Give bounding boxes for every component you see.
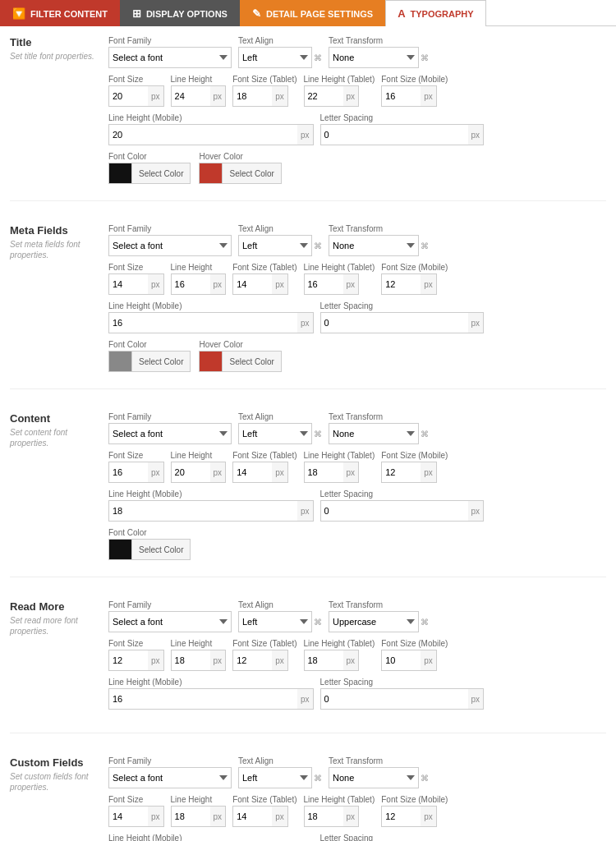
title-line-height-input[interactable] (171, 85, 210, 107)
title-text-align-select[interactable]: LeftCenterRight (238, 47, 312, 68)
tab-display[interactable]: ⊞ DISPLAY OPTIONS (120, 0, 240, 26)
custom-font-size-tablet-input[interactable] (232, 806, 272, 827)
title-transform-label: Text Transform (329, 36, 429, 45)
custom-text-align-select[interactable]: LeftCenter (238, 767, 312, 788)
custom-line-height-tablet-input[interactable] (304, 806, 343, 827)
readmore-font-size-tablet-input[interactable] (232, 650, 272, 671)
title-font-size-input[interactable] (108, 85, 148, 107)
meta-line-height-label: Line Height (171, 263, 227, 272)
meta-font-size-tablet-input[interactable] (232, 273, 272, 295)
meta-hover-color-button[interactable]: Select Color (222, 351, 281, 372)
content-font-size-tablet-label: Font Size (Tablet) (232, 451, 297, 460)
title-font-family-select[interactable]: Select a font (108, 47, 232, 68)
readmore-font-size-group: Font Size px (108, 639, 164, 671)
content-font-color-button[interactable]: Select Color (131, 539, 191, 560)
tab-detail[interactable]: ✎ DETAIL PAGE SETTINGS (240, 0, 385, 26)
meta-font-size-mobile-input[interactable] (381, 273, 421, 295)
title-transform-group: Text Transform NoneUppercaseLowercase ⌘ (329, 36, 429, 68)
content-font-color-swatch[interactable] (108, 539, 131, 560)
title-hover-color-label: Hover Color (199, 152, 281, 161)
typography-icon: A (398, 7, 405, 20)
section-content: Content Set content font properties. Fon… (10, 412, 606, 577)
content-color-row: Font Color Select Color (108, 528, 606, 560)
custom-row2: Font Size px Line Height px Font Size (T… (108, 795, 606, 827)
title-font-color-button[interactable]: Select Color (131, 163, 191, 184)
custom-line-height-input[interactable] (171, 806, 210, 827)
custom-font-family-label: Font Family (108, 756, 232, 765)
meta-row1: Font Family Select a font Text Align Lef… (108, 224, 606, 256)
meta-line-height-group: Line Height px (171, 263, 227, 295)
meta-transform-label: Text Transform (329, 224, 429, 233)
content-font-color-group: Font Color Select Color (108, 528, 191, 560)
title-letter-spacing-unit: px (468, 124, 485, 145)
custom-line-height-group: Line Height px (171, 795, 227, 827)
detail-icon: ✎ (252, 7, 261, 20)
custom-line-height-mobile-label: Line Height (Mobile) (108, 834, 314, 841)
meta-transform-select[interactable]: NoneUppercase (329, 235, 419, 256)
title-row2: Font Size px Line Height px Font Size (T… (108, 75, 606, 107)
title-font-family-group: Font Family Select a font (108, 36, 232, 68)
custom-font-family-select[interactable]: Select a font (108, 767, 232, 788)
title-hover-color-button[interactable]: Select Color (222, 163, 281, 184)
readmore-row1: Font Family Select a font Text Align Lef… (108, 600, 606, 632)
tab-filter[interactable]: 🔽 FILTER CONTENT (0, 0, 120, 26)
content-font-family-group: Font Family Select a font (108, 412, 232, 444)
title-font-color-swatch[interactable] (108, 163, 131, 184)
meta-font-family-group: Font Family Select a font (108, 224, 232, 256)
content-transform-select[interactable]: NoneUppercase (329, 423, 419, 444)
readmore-line-height-tablet-input[interactable] (304, 650, 343, 671)
readmore-line-height-mobile-input[interactable] (108, 688, 297, 710)
title-line-height-mobile-input[interactable] (108, 124, 297, 145)
content-text-align-select[interactable]: LeftCenter (238, 423, 312, 444)
meta-line-height-input[interactable] (171, 273, 210, 295)
meta-line-height-mobile-input[interactable] (108, 312, 297, 333)
meta-font-size-input[interactable] (108, 273, 148, 295)
meta-letter-spacing-input[interactable] (320, 312, 468, 333)
title-line-height-unit: px (210, 85, 227, 107)
readmore-font-family-label: Font Family (108, 600, 232, 609)
content-font-size-group: Font Size px (108, 451, 164, 483)
readmore-transform-select[interactable]: UppercaseNone (329, 611, 419, 632)
content-font-size-input[interactable] (108, 462, 148, 483)
meta-font-size-label: Font Size (108, 263, 164, 272)
content-line-height-tablet-input[interactable] (304, 462, 343, 483)
custom-font-size-input[interactable] (108, 806, 148, 827)
readmore-line-height-label: Line Height (171, 639, 227, 648)
content-font-family-label: Font Family (108, 412, 232, 421)
meta-font-color-button[interactable]: Select Color (131, 351, 191, 372)
meta-text-align-select[interactable]: LeftCenterRight (238, 235, 312, 256)
meta-font-family-select[interactable]: Select a font (108, 235, 232, 256)
title-line-height-tablet-label: Line Height (Tablet) (304, 75, 375, 84)
tab-typography[interactable]: A TYPOGRAPHY (385, 0, 485, 26)
meta-line-height-tablet-input[interactable] (304, 273, 343, 295)
title-font-size-mobile-input[interactable] (381, 85, 421, 107)
custom-transform-group: Text Transform NoneUppercase ⌘ (329, 756, 429, 788)
custom-font-size-mobile-input[interactable] (381, 806, 421, 827)
tab-detail-label: DETAIL PAGE SETTINGS (266, 9, 373, 19)
readmore-font-size-mobile-input[interactable] (381, 650, 421, 671)
meta-hover-color-swatch[interactable] (199, 351, 222, 372)
meta-font-color-swatch[interactable] (108, 351, 131, 372)
content-font-size-mobile-input[interactable] (381, 462, 421, 483)
readmore-font-family-select[interactable]: Select a font (108, 611, 232, 632)
content-line-height-input[interactable] (171, 462, 210, 483)
content-font-size-mobile-label: Font Size (Mobile) (381, 451, 448, 460)
readmore-font-size-mobile-group: Font Size (Mobile) px (381, 639, 448, 671)
title-transform-select[interactable]: NoneUppercaseLowercase (329, 47, 419, 68)
custom-text-align-group: Text Align LeftCenter ⌘ (238, 756, 322, 788)
content-font-size-tablet-input[interactable] (232, 462, 272, 483)
title-hover-color-swatch[interactable] (199, 163, 222, 184)
title-font-size-tablet-input[interactable] (232, 85, 272, 107)
title-letter-spacing-input[interactable] (320, 124, 468, 145)
readmore-row3: Line Height (Mobile) px Letter Spacing p… (108, 678, 606, 710)
readmore-letter-spacing-input[interactable] (320, 688, 468, 710)
title-line-height-tablet-input[interactable] (304, 85, 343, 107)
readmore-text-align-select[interactable]: LeftCenter (238, 611, 312, 632)
content-line-height-mobile-input[interactable] (108, 500, 297, 522)
custom-row3: Line Height (Mobile) px Letter Spacing p… (108, 834, 606, 841)
custom-transform-select[interactable]: NoneUppercase (329, 767, 419, 788)
content-letter-spacing-input[interactable] (320, 500, 468, 522)
readmore-font-size-input[interactable] (108, 650, 148, 671)
readmore-line-height-input[interactable] (171, 650, 210, 671)
content-font-family-select[interactable]: Select a font (108, 423, 232, 444)
